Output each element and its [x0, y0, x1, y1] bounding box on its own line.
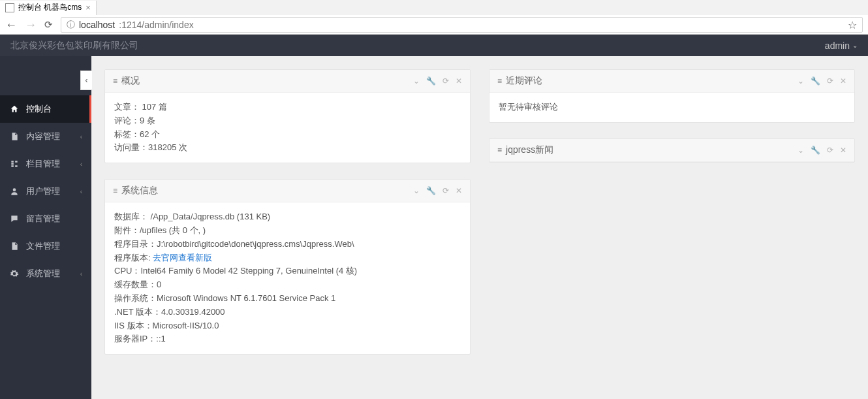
sidebar-item-4[interactable]: 留言管理	[0, 205, 91, 232]
panel-header: ≡jqpress新闻 ⌄ 🔧 ⟳ ✕	[489, 139, 854, 162]
close-icon[interactable]: ✕	[840, 146, 846, 155]
url-host: localhost	[79, 20, 115, 30]
collapse-icon[interactable]: ⌄	[413, 186, 420, 195]
sys-db: 数据库： /App_Data/Jqpress.db (131 KB)	[114, 210, 461, 224]
reload-button[interactable]: ⟳	[44, 19, 53, 31]
sys-ip: 服务器IP：::1	[114, 332, 461, 346]
chevron-left-icon: ‹	[80, 133, 82, 140]
tree-icon	[9, 159, 20, 169]
sidebar-item-2[interactable]: 栏目管理‹	[0, 150, 91, 178]
panel-header: ≡概况 ⌄ 🔧 ⟳ ✕	[105, 70, 470, 93]
hamburger-icon: ≡	[113, 186, 117, 195]
url-input[interactable]: ⓘ localhost:1214/admin/index ☆	[61, 17, 863, 33]
address-bar: ← → ⟳ ⓘ localhost:1214/admin/index ☆	[0, 15, 868, 35]
sidebar-item-label: 内容管理	[26, 131, 60, 142]
info-icon[interactable]: ⓘ	[67, 19, 75, 31]
tab-title: 控制台 机器鸟cms	[18, 2, 82, 13]
forward-button: →	[25, 18, 37, 32]
refresh-icon[interactable]: ⟳	[442, 76, 449, 86]
sys-iis: IIS 版本：Microsoft-IIS/10.0	[114, 319, 461, 333]
stat-visits: 访问量：318205 次	[114, 141, 461, 155]
doc-icon	[9, 132, 20, 142]
gear-icon	[9, 269, 20, 279]
sidebar: ‹ 控制台内容管理‹栏目管理‹用户管理‹留言管理文件管理系统管理‹	[0, 56, 91, 399]
sys-files: 附件：/upfiles (共 0 个, )	[114, 224, 461, 238]
hamburger-icon: ≡	[497, 76, 502, 86]
browser-chrome: 控制台 机器鸟cms × ← → ⟳ ⓘ localhost:1214/admi…	[0, 0, 868, 35]
sidebar-item-3[interactable]: 用户管理‹	[0, 178, 91, 205]
panel-overview: ≡概况 ⌄ 🔧 ⟳ ✕ 文章： 107 篇 评论：9 条 标签：62 个 访问量…	[104, 69, 471, 163]
panel-recent-comments: ≡近期评论 ⌄ 🔧 ⟳ ✕ 暂无待审核评论	[489, 69, 855, 123]
user-name: admin	[825, 40, 850, 51]
chevron-left-icon: ‹	[80, 188, 82, 195]
panel-title-text: jqpress新闻	[506, 144, 553, 156]
sys-cache: 缓存数量：0	[114, 278, 461, 292]
wrench-icon[interactable]: 🔧	[426, 76, 436, 86]
close-icon[interactable]: ✕	[456, 76, 462, 86]
collapse-icon[interactable]: ⌄	[798, 76, 804, 86]
sys-cpu: CPU：Intel64 Family 6 Model 42 Stepping 7…	[114, 264, 461, 278]
nav: 控制台内容管理‹栏目管理‹用户管理‹留言管理文件管理系统管理‹	[0, 56, 91, 287]
sidebar-item-label: 系统管理	[26, 268, 60, 279]
refresh-icon[interactable]: ⟳	[442, 186, 449, 195]
sidebar-item-label: 用户管理	[26, 185, 60, 197]
chevron-left-icon: ‹	[80, 270, 82, 278]
panel-title-text: 系统信息	[121, 185, 158, 197]
close-icon[interactable]: ✕	[840, 76, 846, 86]
bookmark-icon[interactable]: ☆	[848, 19, 857, 31]
sidebar-item-label: 栏目管理	[26, 158, 60, 170]
stat-comments: 评论：9 条	[114, 114, 461, 128]
version-link[interactable]: 去官网查看新版	[153, 253, 212, 263]
stat-articles: 文章： 107 篇	[114, 101, 461, 114]
layout: ‹ 控制台内容管理‹栏目管理‹用户管理‹留言管理文件管理系统管理‹ ≡概况 ⌄ …	[0, 56, 868, 399]
favicon-icon	[5, 3, 14, 12]
home-icon	[9, 104, 20, 114]
sidebar-item-label: 文件管理	[26, 240, 60, 252]
wrench-icon[interactable]: 🔧	[811, 76, 820, 86]
panel-tools: ⌄ 🔧 ⟳ ✕	[798, 146, 846, 155]
panel-header: ≡系统信息 ⌄ 🔧 ⟳ ✕	[105, 180, 470, 202]
browser-tab[interactable]: 控制台 机器鸟cms ×	[0, 1, 97, 15]
sidebar-item-label: 控制台	[26, 103, 52, 115]
app-header: 北京俊兴彩色包装印刷有限公司 admin ⌄	[0, 35, 868, 56]
sidebar-item-1[interactable]: 内容管理‹	[0, 123, 91, 150]
sidebar-collapse-button[interactable]: ‹	[80, 71, 92, 90]
sys-dotnet: .NET 版本：4.0.30319.42000	[114, 306, 461, 319]
panel-tools: ⌄ 🔧 ⟳ ✕	[798, 76, 846, 86]
back-button[interactable]: ←	[5, 18, 17, 32]
hamburger-icon: ≡	[113, 76, 117, 86]
panel-body: 数据库： /App_Data/Jqpress.db (131 KB) 附件：/u…	[105, 202, 470, 354]
wrench-icon[interactable]: 🔧	[426, 186, 436, 195]
sys-version: 程序版本: 去官网查看新版	[114, 251, 461, 265]
sidebar-item-5[interactable]: 文件管理	[0, 232, 91, 260]
tab-bar: 控制台 机器鸟cms ×	[0, 0, 868, 15]
user-menu[interactable]: admin ⌄	[825, 40, 858, 51]
chevron-down-icon: ⌄	[852, 42, 858, 49]
chevron-left-icon: ‹	[80, 161, 82, 168]
refresh-icon[interactable]: ⟳	[827, 76, 833, 86]
doc-icon	[9, 242, 20, 251]
content: ≡概况 ⌄ 🔧 ⟳ ✕ 文章： 107 篇 评论：9 条 标签：62 个 访问量…	[91, 56, 868, 399]
panel-header: ≡近期评论 ⌄ 🔧 ⟳ ✕	[489, 70, 854, 93]
panel-title-text: 概况	[121, 75, 140, 87]
collapse-icon[interactable]: ⌄	[413, 76, 420, 86]
url-rest: :1214/admin/index	[119, 20, 193, 30]
hamburger-icon: ≡	[497, 146, 502, 155]
panel-system-info: ≡系统信息 ⌄ 🔧 ⟳ ✕ 数据库： /App_Data/Jqpress.db …	[104, 179, 471, 355]
collapse-icon[interactable]: ⌄	[798, 146, 804, 155]
sys-path: 程序目录：J:\robotbird\gitcode\donet\jqpress.…	[114, 238, 461, 251]
comment-icon	[9, 214, 20, 224]
sidebar-item-6[interactable]: 系统管理‹	[0, 260, 91, 287]
wrench-icon[interactable]: 🔧	[811, 146, 820, 155]
user-icon	[9, 187, 20, 197]
panel-body: 文章： 107 篇 评论：9 条 标签：62 个 访问量：318205 次	[105, 93, 470, 163]
sidebar-item-0[interactable]: 控制台	[0, 95, 91, 123]
sidebar-item-label: 留言管理	[26, 213, 60, 225]
close-icon[interactable]: ×	[85, 3, 91, 12]
close-icon[interactable]: ✕	[456, 186, 462, 195]
panel-tools: ⌄ 🔧 ⟳ ✕	[413, 76, 462, 86]
refresh-icon[interactable]: ⟳	[827, 146, 833, 155]
panel-body: 暂无待审核评论	[489, 93, 854, 122]
panel-jqpress-news: ≡jqpress新闻 ⌄ 🔧 ⟳ ✕	[489, 138, 855, 163]
stat-tags: 标签：62 个	[114, 128, 461, 142]
